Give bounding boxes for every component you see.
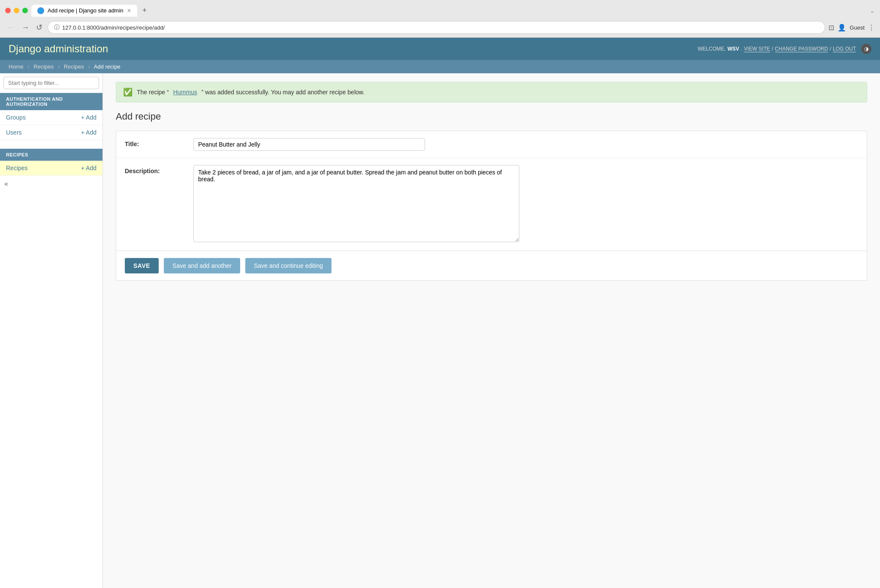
breadcrumb-bar: Home › Recipes › Recipes › Add recipe [0,60,880,73]
success-text-prefix: The recipe “ [137,89,169,96]
breadcrumb-recipes-app[interactable]: Recipes [33,63,54,70]
sidebar-spacer [0,140,102,149]
page-title: Add recipe [116,111,867,122]
success-hummus-link[interactable]: Hummus [173,89,197,96]
success-icon: ✅ [123,87,133,97]
breadcrumb-home[interactable]: Home [9,63,24,70]
more-button[interactable]: ⋮ [868,24,875,32]
address-secure-icon: ⓘ [54,24,60,31]
save-button[interactable]: SAVE [125,258,159,273]
groups-link[interactable]: Groups [6,114,26,121]
breadcrumb-sep1: › [27,63,29,70]
form-row-title: Title: [116,131,867,158]
browser-dots [5,8,28,13]
users-add-link[interactable]: + Add [81,129,96,136]
recipes-section-header: RECIPES [0,149,102,161]
users-link[interactable]: Users [6,129,22,136]
sep2: / [830,46,831,52]
sidebar-filter-input[interactable] [3,77,99,89]
description-textarea[interactable] [193,165,519,242]
form-container: Title: Description: SAVE Save and add an… [116,131,867,281]
breadcrumb-recipes-model[interactable]: Recipes [64,63,84,70]
sidebar-item-groups: Groups + Add [0,110,102,125]
user-button[interactable]: 👤 [838,24,846,32]
tab-close-button[interactable]: ✕ [127,8,131,14]
user-info: WELCOME, WSV. VIEW SITE / CHANGE PASSWOR… [698,44,871,54]
new-tab-button[interactable]: + [139,4,151,17]
theme-toggle-button[interactable]: ◑ [861,44,871,54]
browser-tabs: 🌐 Add recipe | Django site admin ✕ + [31,4,866,17]
form-row-description: Description: [116,158,867,251]
address-text: 127.0.0.1:8000/admin/recipes/recipe/add/ [62,24,165,31]
sidebar-collapse: « [0,176,102,192]
title-field [193,138,858,151]
username: WSV [727,46,739,52]
tab-title: Add recipe | Django site admin [48,7,124,14]
address-bar[interactable]: ⓘ 127.0.0.1:8000/admin/recipes/recipe/ad… [48,21,825,34]
reload-button[interactable]: ↺ [34,21,44,34]
browser-chrome: 🌐 Add recipe | Django site admin ✕ + ⌄ ←… [0,0,880,38]
close-dot[interactable] [5,8,11,13]
description-label: Description: [125,165,193,174]
sidebar-item-recipes: Recipes + Add [0,161,102,176]
save-continue-editing-button[interactable]: Save and continue editing [245,258,332,273]
auth-section-header: AUTHENTICATION AND AUTHORIZATION [0,93,102,110]
breadcrumb-current: Add recipe [94,63,121,70]
back-button[interactable]: ← [5,21,16,34]
breadcrumb: Home › Recipes › Recipes › Add recipe [9,63,871,70]
sidebar-filter [0,73,102,93]
sidebar-item-users: Users + Add [0,125,102,140]
user-label: Guest [850,24,865,31]
browser-titlebar: 🌐 Add recipe | Django site admin ✕ + ⌄ [0,0,880,19]
success-message: ✅ The recipe “Hummus” was added successf… [116,82,867,102]
browser-addressbar: ← → ↺ ⓘ 127.0.0.1:8000/admin/recipes/rec… [0,19,880,37]
title-label: Title: [125,138,193,147]
form-actions: SAVE Save and add another Save and conti… [116,251,867,280]
minimize-dot[interactable] [14,8,19,13]
sidebar: AUTHENTICATION AND AUTHORIZATION Groups … [0,73,103,588]
browser-actions: ⊡ 👤 Guest ⋮ [829,24,875,32]
collapse-button[interactable]: « [4,180,8,188]
maximize-dot[interactable] [22,8,28,13]
tab-favicon: 🌐 [37,7,44,14]
forward-button[interactable]: → [20,21,31,34]
change-password-link[interactable]: CHANGE PASSWORD [775,46,828,52]
breadcrumb-sep2: › [58,63,60,70]
welcome-text: WELCOME, [698,46,726,52]
sep1: / [772,46,773,52]
django-title: Django administration [9,43,108,55]
groups-add-link[interactable]: + Add [81,114,96,121]
description-field [193,165,858,243]
breadcrumb-sep3: › [88,63,90,70]
recipes-add-link[interactable]: + Add [81,165,96,171]
logout-link[interactable]: LOG OUT [833,46,856,52]
window-button[interactable]: ⊡ [829,24,834,32]
tab-list-icon[interactable]: ⌄ [870,7,875,14]
content-area: ✅ The recipe “Hummus” was added successf… [103,73,880,588]
title-input[interactable] [193,138,425,151]
main-layout: AUTHENTICATION AND AUTHORIZATION Groups … [0,73,880,588]
django-header: Django administration WELCOME, WSV. VIEW… [0,38,880,60]
success-text-suffix: ” was added successfully. You may add an… [202,89,365,96]
recipes-link[interactable]: Recipes [6,165,28,171]
save-add-another-button[interactable]: Save and add another [164,258,240,273]
view-site-link[interactable]: VIEW SITE [744,46,770,52]
active-tab[interactable]: 🌐 Add recipe | Django site admin ✕ [31,5,137,17]
